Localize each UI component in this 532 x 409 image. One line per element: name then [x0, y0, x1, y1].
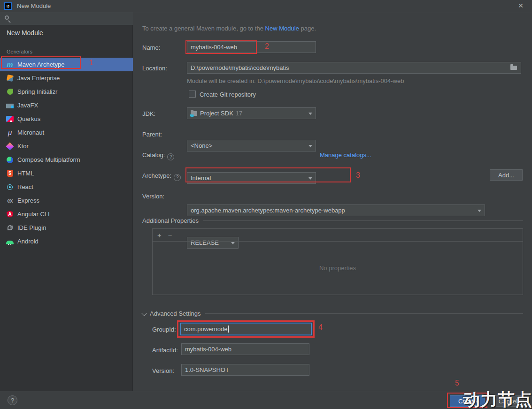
info-prefix: To create a general Maven module, go to …: [142, 25, 265, 32]
groupid-label: GroupId:: [152, 326, 176, 333]
sidebar-item-label: React: [17, 183, 33, 190]
add-archetype-button[interactable]: Add...: [490, 169, 523, 181]
sidebar-item-ktor[interactable]: Ktor: [0, 139, 133, 153]
express-icon: ex: [6, 197, 14, 204]
cancel-button[interactable]: Cancel: [493, 395, 524, 407]
spring-icon: [7, 89, 13, 95]
sidebar-item-quarkus[interactable]: Quarkus: [0, 112, 133, 126]
advanced-settings-title: Advanced Settings: [150, 310, 200, 317]
advanced-settings-header[interactable]: Advanced Settings: [142, 310, 523, 317]
remove-property-button[interactable]: −: [168, 231, 172, 239]
parent-label: Parent:: [142, 131, 162, 138]
sidebar-item-label: Spring Initializr: [17, 88, 57, 95]
micronaut-icon: μ: [6, 129, 14, 136]
sidebar-item-ide-plugin[interactable]: IDE Plugin: [0, 221, 133, 235]
android-icon: [6, 241, 14, 244]
chevron-down-icon: [308, 177, 312, 180]
info-text: To create a general Maven module, go to …: [142, 25, 316, 32]
intellij-logo-icon: IJ: [4, 2, 12, 10]
react-icon: [7, 184, 13, 190]
location-value: D:\powernode\mybatis\code\mybatis: [191, 64, 289, 71]
additional-properties-title: Additional Properties: [142, 217, 199, 224]
sidebar-item-compose-multiplatform[interactable]: Compose Multiplatform: [0, 153, 133, 167]
sidebar-item-label: IDE Plugin: [17, 224, 46, 231]
generators-sidebar: New Module Generators m Maven Archetype …: [0, 12, 133, 391]
java-ee-icon: [6, 75, 13, 82]
no-properties-placeholder: No properties: [153, 242, 523, 295]
javafx-icon: [6, 104, 14, 108]
sidebar-item-label: Android: [17, 238, 39, 245]
sidebar-item-label: Compose Multiplatform: [17, 156, 80, 163]
close-icon[interactable]: ×: [516, 0, 526, 11]
location-input[interactable]: D:\powernode\mybatis\code\mybatis: [187, 62, 521, 74]
annotation-number-3: 3: [356, 171, 360, 180]
help-icon[interactable]: ?: [174, 174, 181, 181]
window-title: New Module: [17, 2, 51, 9]
name-value: mybatis-004-web: [191, 44, 237, 51]
info-suffix: page.: [299, 25, 316, 32]
sidebar-item-javafx[interactable]: JavaFX: [0, 98, 133, 112]
sidebar-item-label: Micronaut: [17, 129, 44, 136]
git-checkbox[interactable]: [189, 91, 196, 98]
archetype-select[interactable]: org.apache.maven.archetypes:maven-archet…: [187, 204, 485, 216]
groupid-value: com.powernode: [184, 326, 228, 333]
jdk-version: 17: [236, 110, 242, 117]
properties-toolbar: + −: [153, 229, 523, 242]
chevron-down-icon: [308, 113, 312, 115]
advanced-version-input[interactable]: 1.0-SNAPSHOT: [181, 364, 309, 376]
jdk-select[interactable]: Project SDK 17: [187, 107, 316, 119]
quarkus-icon: [6, 116, 14, 122]
chevron-down-icon: [478, 210, 481, 212]
generators-list: m Maven Archetype Java Enterprise Spring…: [0, 58, 133, 248]
version-label: Version:: [142, 193, 164, 200]
section-divider: [203, 220, 523, 221]
html5-icon: 5: [7, 170, 13, 177]
add-property-button[interactable]: +: [157, 231, 162, 239]
search-icon: [5, 15, 9, 20]
artifactid-label: ArtifactId:: [152, 347, 178, 354]
module-settings-panel: To create a general Maven module, go to …: [133, 13, 532, 391]
sidebar-item-label: JavaFX: [17, 102, 38, 109]
sidebar-item-android[interactable]: Android: [0, 235, 133, 248]
sidebar-item-label: Java Enterprise: [17, 75, 60, 82]
sidebar-item-spring-initializr[interactable]: Spring Initializr: [0, 85, 133, 98]
create-button[interactable]: Create: [450, 395, 485, 407]
name-input[interactable]: mybatis-004-web: [187, 41, 316, 53]
sidebar-item-react[interactable]: React: [0, 180, 133, 194]
jdk-label: JDK:: [142, 110, 155, 117]
sidebar-item-label: HTML: [17, 170, 34, 177]
sidebar-title: New Module: [7, 29, 43, 37]
groupid-input[interactable]: com.powernode: [180, 323, 312, 335]
chevron-down-icon: [308, 145, 312, 147]
sidebar-item-express[interactable]: ex Express: [0, 194, 133, 207]
sidebar-item-html[interactable]: 5 HTML: [0, 167, 133, 180]
advanced-version-label: Version:: [152, 367, 174, 374]
git-checkbox-label: Create Git repository: [200, 91, 256, 98]
sidebar-item-angular-cli[interactable]: A Angular CLI: [0, 207, 133, 221]
new-module-link[interactable]: New Module: [265, 25, 299, 32]
generators-group-label: Generators: [7, 49, 32, 54]
annotation-number-4: 4: [318, 323, 323, 332]
manage-catalogs-link[interactable]: Manage catalogs...: [320, 151, 371, 159]
sidebar-item-java-enterprise[interactable]: Java Enterprise: [0, 71, 133, 85]
browse-folder-icon[interactable]: [510, 66, 517, 70]
parent-select[interactable]: <None>: [187, 140, 316, 151]
jdk-value: Project SDK: [200, 110, 233, 117]
text-caret: [228, 326, 229, 333]
archetype-label: Archetype:?: [142, 172, 181, 181]
sidebar-item-micronaut[interactable]: μ Micronaut: [0, 126, 133, 139]
help-button[interactable]: ?: [8, 395, 17, 405]
catalog-select[interactable]: Internal: [187, 172, 316, 184]
chevron-down-icon: [141, 311, 146, 316]
artifactid-input[interactable]: mybatis-004-web: [181, 343, 309, 355]
sidebar-item-maven-archetype[interactable]: m Maven Archetype: [0, 58, 133, 71]
sidebar-item-label: Quarkus: [17, 115, 40, 122]
help-icon[interactable]: ?: [167, 153, 174, 160]
search-input[interactable]: [0, 12, 133, 25]
location-label: Location:: [142, 65, 167, 72]
maven-icon: m: [6, 61, 14, 68]
advanced-version-value: 1.0-SNAPSHOT: [185, 366, 229, 373]
ktor-icon: [6, 142, 14, 150]
sdk-icon: [191, 111, 197, 116]
catalog-label: Catalog:?: [142, 151, 174, 160]
